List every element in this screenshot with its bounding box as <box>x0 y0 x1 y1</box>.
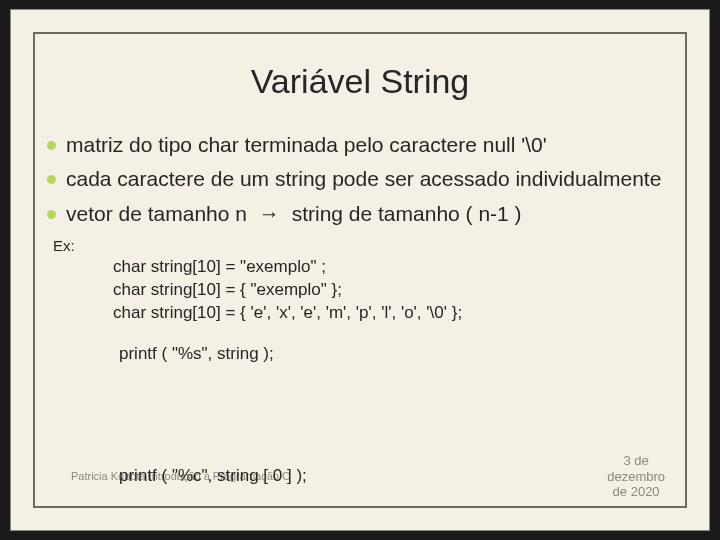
date-block: 3 de dezembro de 2020 <box>607 453 665 500</box>
printf-line-2: printf ( "%c", string [ 0 ] ); <box>119 466 307 486</box>
slide-title: Variável String <box>11 62 709 101</box>
bullet-text: vetor de tamanho n → string de tamanho (… <box>66 201 679 227</box>
slide: Variável String matriz do tipo char term… <box>10 9 710 531</box>
content-area: matriz do tipo char terminada pelo carac… <box>47 132 679 366</box>
date-line: de 2020 <box>607 484 665 500</box>
date-line: 3 de <box>607 453 665 469</box>
bullet-dot-icon <box>47 141 56 150</box>
arrow-icon: → <box>253 201 286 227</box>
bullet-text-part: string de tamanho ( n-1 ) <box>292 202 522 225</box>
code-line: char string[10] = "exemplo" ; <box>113 256 679 279</box>
bullet-item: cada caractere de um string pode ser ace… <box>47 166 679 192</box>
bullet-item: matriz do tipo char terminada pelo carac… <box>47 132 679 158</box>
bullet-text: cada caractere de um string pode ser ace… <box>66 166 679 192</box>
printf-line: printf ( "%s", string ); <box>119 343 679 366</box>
code-line: char string[10] = { "exemplo" }; <box>113 279 679 302</box>
printf-block: printf ( "%s", string ); <box>119 343 679 366</box>
bullet-dot-icon <box>47 175 56 184</box>
bullet-dot-icon <box>47 210 56 219</box>
code-block: char string[10] = "exemplo" ; char strin… <box>113 256 679 325</box>
bullet-text: matriz do tipo char terminada pelo carac… <box>66 132 679 158</box>
example-label: Ex: <box>53 237 679 254</box>
code-line: char string[10] = { 'e', 'x', 'e', 'm', … <box>113 302 679 325</box>
bullet-item: vetor de tamanho n → string de tamanho (… <box>47 201 679 227</box>
date-line: dezembro <box>607 469 665 485</box>
bullet-text-part: vetor de tamanho n <box>66 202 247 225</box>
